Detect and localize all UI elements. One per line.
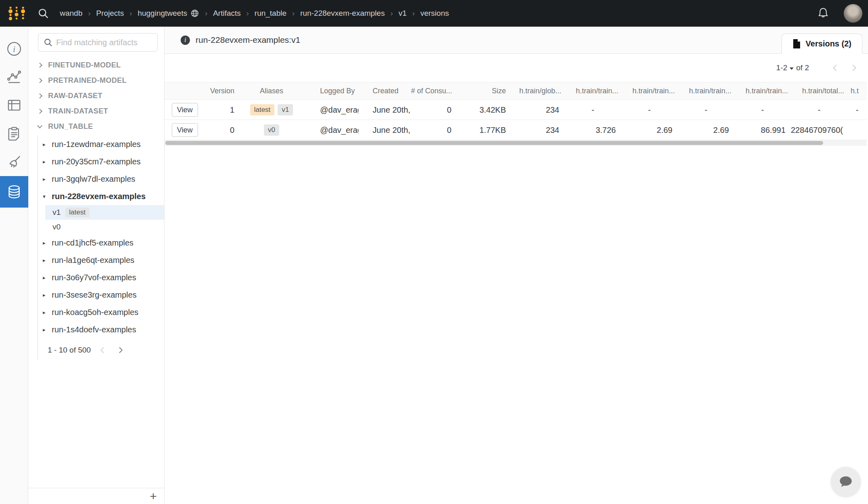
breadcrumb-separator: ›	[130, 9, 132, 18]
column-header-metric: h.train/train...	[734, 82, 791, 99]
tree-category-run-table[interactable]: RUN_TABLE	[28, 119, 164, 134]
column-header-metric: h.train/glob...	[508, 82, 565, 99]
column-header-metric: h.train/train...	[621, 82, 678, 99]
breadcrumb-version[interactable]: v1	[398, 9, 407, 18]
cell-created: June 20th, 2	[358, 120, 411, 140]
top-navbar: wandb › Projects › huggingtweets › Artif…	[0, 0, 868, 27]
cell-aliases: latest v1	[239, 100, 304, 120]
chevron-right-icon	[37, 63, 42, 68]
versions-tab[interactable]: Versions (2)	[782, 34, 862, 54]
tree-item-artifact-expanded[interactable]: ▾ run-228evxem-examples	[38, 188, 164, 205]
view-button[interactable]: View	[172, 123, 198, 137]
left-icon-rail: i	[0, 27, 28, 504]
category-label: RUN_TABLE	[48, 122, 93, 131]
triangle-right-icon: ▸	[43, 309, 52, 315]
tree-category-pretrained-model[interactable]: PRETRAINED-MODEL	[28, 73, 164, 88]
tree-item-artifact[interactable]: ▸ run-cd1jhcf5-examples	[38, 234, 164, 252]
support-chat-button[interactable]	[831, 467, 861, 497]
column-header-aliases: Aliases	[239, 82, 304, 99]
cell-metric: -	[565, 100, 621, 120]
next-page-icon[interactable]	[847, 61, 861, 75]
cell-created: June 20th, 2	[358, 100, 411, 120]
breadcrumb-projects[interactable]: Projects	[96, 9, 124, 18]
artifact-detail-main: i run-228evxem-examples:v1 Versions (2) …	[164, 27, 868, 504]
cell-metric: -	[791, 100, 847, 120]
tree-item-artifact[interactable]: ▸ run-3o6y7vof-examples	[38, 269, 164, 286]
column-header-logged-by: Logged By	[304, 82, 358, 99]
artifact-name: run-1s4doefv-examples	[52, 325, 136, 334]
add-artifact-button[interactable]: +	[150, 490, 157, 502]
artifact-title: run-228evxem-examples:v1	[196, 35, 300, 45]
info-filled-icon[interactable]: i	[181, 36, 190, 45]
column-header-version: Version	[199, 82, 239, 99]
version-label: v0	[53, 223, 61, 231]
notifications-bell-icon[interactable]	[817, 7, 829, 20]
tree-item-artifact[interactable]: ▸ run-1s4doefv-examples	[38, 321, 164, 338]
scrollbar-thumb[interactable]	[165, 141, 823, 145]
column-header-consumers: # of Consu...	[411, 82, 461, 99]
breadcrumb-separator: ›	[246, 9, 249, 18]
column-header-metric: h.train/train...	[678, 82, 734, 99]
page-range-dropdown[interactable]: 1-2 of 2	[776, 63, 809, 72]
tree-category-raw-dataset[interactable]: RAW-DATASET	[28, 88, 164, 103]
breadcrumb-project[interactable]: huggingtweets	[138, 9, 188, 18]
tree-item-artifact[interactable]: ▸ run-1zewdmar-examples	[38, 136, 164, 153]
tree-item-artifact[interactable]: ▸ run-20y35cm7-examples	[38, 153, 164, 170]
cell-metric: -	[847, 100, 867, 120]
artifact-name: run-3o6y7vof-examples	[52, 273, 136, 282]
breadcrumb-entity[interactable]: wandb	[60, 9, 82, 18]
tree-item-artifact[interactable]: ▸ run-3sese3rg-examples	[38, 286, 164, 304]
rail-item-sweeps[interactable]	[0, 148, 28, 176]
topbar-right	[817, 4, 862, 23]
clipboard-icon	[6, 126, 22, 142]
rail-item-tables[interactable]	[0, 91, 28, 120]
triangle-down-icon: ▾	[43, 193, 52, 200]
user-avatar[interactable]	[844, 4, 862, 23]
view-button[interactable]: View	[172, 103, 198, 117]
breadcrumb-separator: ›	[292, 9, 295, 18]
breadcrumb-artifact-name[interactable]: run-228evxem-examples	[300, 9, 385, 18]
rail-item-overview[interactable]: i	[0, 35, 28, 63]
triangle-right-icon: ▸	[43, 159, 52, 165]
artifact-name: run-koacg5oh-examples	[52, 308, 139, 317]
category-label: TRAIN-DATASET	[48, 107, 108, 116]
column-header-view	[164, 82, 199, 99]
breadcrumb-artifact-type[interactable]: run_table	[255, 9, 287, 18]
cell-version: 1	[199, 100, 239, 120]
tree-prev-page-icon[interactable]	[97, 344, 109, 356]
rail-item-charts[interactable]	[0, 63, 28, 91]
category-label: RAW-DATASET	[48, 92, 102, 100]
search-icon	[43, 38, 53, 47]
cell-logged-by[interactable]: @dav_erage	[304, 100, 358, 120]
tree-pagination: 1 - 10 of 500	[38, 341, 164, 359]
tree-category-train-dataset[interactable]: TRAIN-DATASET	[28, 103, 164, 119]
tree-item-artifact[interactable]: ▸ run-koacg5oh-examples	[38, 304, 164, 321]
horizontal-scrollbar	[164, 140, 867, 146]
global-search-icon[interactable]	[37, 7, 49, 19]
cell-metric: 2.69	[621, 120, 678, 140]
column-header-metric: h.train/total...	[791, 82, 847, 99]
versions-tab-label: Versions (2)	[806, 39, 851, 48]
alias-badge: latest	[65, 208, 89, 217]
wandb-dots-icon	[6, 5, 27, 21]
table-toolbar: 1-2 of 2	[164, 54, 868, 82]
wandb-logo-icon[interactable]	[6, 5, 27, 21]
artifact-search-input[interactable]	[56, 38, 152, 47]
wandb-app: wandb › Projects › huggingtweets › Artif…	[0, 0, 868, 504]
tree-item-artifact[interactable]: ▸ run-3gqlw7dl-examples	[38, 170, 164, 188]
tree-category-finetuned-model[interactable]: FINETUNED-MODEL	[28, 57, 164, 73]
prev-page-icon[interactable]	[828, 61, 842, 75]
category-label: PRETRAINED-MODEL	[48, 76, 126, 85]
tree-version-v0[interactable]: v0	[45, 220, 164, 234]
tree-next-page-icon[interactable]	[114, 344, 126, 356]
rail-item-artifacts[interactable]	[0, 176, 28, 208]
tree-item-artifact[interactable]: ▸ run-la1ge6qt-examples	[38, 252, 164, 269]
cell-logged-by[interactable]: @dav_erage	[304, 120, 358, 140]
breadcrumb-artifacts[interactable]: Artifacts	[213, 9, 241, 18]
rail-item-reports[interactable]	[0, 120, 28, 148]
page-of-label: of 2	[796, 63, 809, 72]
breadcrumb-versions-page[interactable]: versions	[420, 9, 449, 18]
tree-version-v1[interactable]: v1 latest	[45, 205, 164, 220]
breadcrumb-separator: ›	[88, 9, 91, 18]
line-chart-icon	[6, 69, 22, 85]
